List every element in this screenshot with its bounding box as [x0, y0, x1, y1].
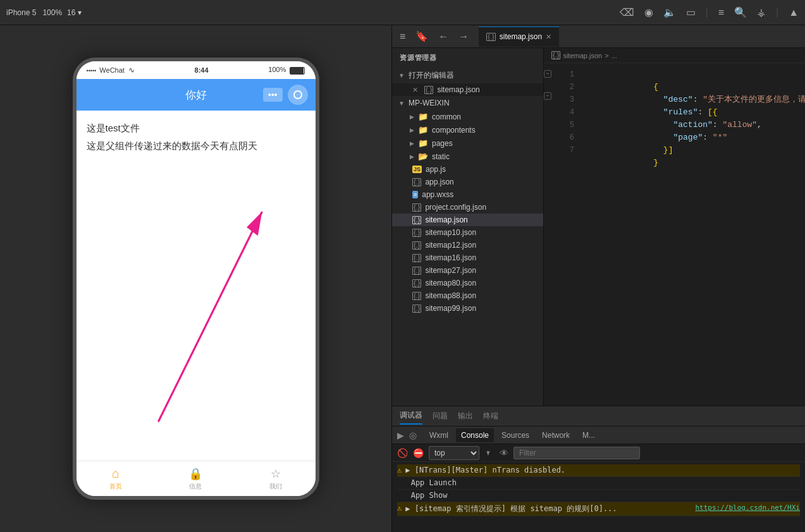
file-sitemap99[interactable]: {.} sitemap99.json: [392, 302, 543, 315]
project-label: MP-WEIXIN: [409, 99, 450, 107]
console-filter-input[interactable]: [513, 447, 640, 459]
devtools-tab-network[interactable]: Network: [537, 428, 575, 442]
back-icon[interactable]: ←: [438, 31, 448, 42]
forward-icon[interactable]: →: [458, 31, 469, 42]
devtools-tab-more[interactable]: M...: [577, 428, 600, 442]
close-brace: }: [653, 158, 658, 167]
folder-pages[interactable]: ▶ 📁 pages: [392, 136, 543, 150]
console-clear-icon[interactable]: 🚫: [397, 448, 408, 458]
json-sitemap10-icon: {.}: [412, 229, 421, 237]
tablet-icon[interactable]: ⌫: [620, 6, 634, 18]
file-appjson-label: app.json: [425, 178, 453, 186]
panel-tab-output[interactable]: 输出: [458, 408, 473, 424]
file-appjson[interactable]: {.} app.json: [392, 176, 543, 188]
close-open-file-icon[interactable]: ✕: [412, 86, 418, 94]
upload-icon[interactable]: ▲: [789, 7, 799, 18]
bookmark-icon[interactable]: 🔖: [415, 30, 428, 42]
console-link-1[interactable]: https://blog.csdn.net/HXi: [695, 504, 800, 512]
fold-line1[interactable]: −: [544, 70, 551, 78]
folder-common[interactable]: ▶ 📁 common: [392, 110, 543, 123]
open-file-label: sitemap.json: [437, 85, 479, 94]
file-sitemap88-label: sitemap88.json: [425, 291, 476, 300]
json-sitemap80-icon: {.}: [412, 279, 421, 287]
code-content[interactable]: − − 1 2 3 4 5 6: [544, 63, 805, 406]
tab-info[interactable]: 🔒 信息: [188, 467, 202, 491]
file-sitemap80[interactable]: {.} sitemap80.json: [392, 277, 543, 289]
tab-us-label: 我们: [269, 482, 282, 491]
open-editors-triangle: ▼: [398, 72, 405, 79]
panel-tab-debugger[interactable]: 调试器: [400, 408, 422, 425]
main-area: ••••• WeChat ∿ 8:44 100% 你好 •••: [0, 25, 805, 532]
file-sitemap12[interactable]: {.} sitemap12.json: [392, 239, 543, 251]
key-action: "action": [673, 120, 712, 130]
breadcrumb-filename: sitemap.json: [563, 52, 602, 59]
line-numbers: 1 2 3 4 5 6 7: [554, 63, 579, 406]
list-icon[interactable]: ≡: [718, 7, 724, 18]
file-sitemap16[interactable]: {.} sitemap16.json: [392, 251, 543, 264]
screen-icon[interactable]: ▭: [686, 6, 696, 18]
phone-frame: ••••• WeChat ∿ 8:44 100% 你好 •••: [73, 57, 319, 500]
devtools-tabs: ▶ ◎ Wxml Console Sources Network M...: [392, 426, 805, 444]
file-sitemap10[interactable]: {.} sitemap10.json: [392, 226, 543, 239]
phone-time: 8:44: [195, 66, 209, 74]
devtools-tab-sources[interactable]: Sources: [496, 428, 534, 442]
file-sitemap80-label: sitemap80.json: [425, 279, 476, 287]
mute-icon[interactable]: 🔈: [663, 6, 676, 18]
folder-static[interactable]: ▶ 📂 static: [392, 150, 543, 163]
file-projectconfig-label: project.config.json: [425, 203, 486, 212]
middle-row: 资源管理器 ▼ 打开的编辑器 ✕ {.} sitemap.json ▼ MP-W…: [392, 48, 805, 406]
breadcrumb-file-icon: {.}: [551, 51, 560, 59]
code-editor: {.} sitemap.json > ... − −: [544, 48, 805, 406]
file-explorer: 资源管理器 ▼ 打开的编辑器 ✕ {.} sitemap.json ▼ MP-W…: [392, 48, 544, 406]
tab-close-icon[interactable]: ✕: [546, 33, 551, 41]
file-appjs[interactable]: JS app.js: [392, 163, 543, 176]
devtools-pointer-icon[interactable]: ◎: [409, 430, 417, 440]
phone-content: 这是test文件 这是父组件传递过来的数据今天有点阴天: [77, 111, 316, 461]
open-editors-label: 打开的编辑器: [409, 70, 454, 81]
code-text-area[interactable]: { "desc": "关于本文件的更多信息，请 "rules": [{ "act…: [579, 63, 805, 406]
console-text-2: App Launch: [397, 478, 457, 487]
file-appwxss-label: app.wxss: [422, 190, 453, 199]
record-circle-icon: [293, 90, 302, 99]
panel-tab-problems[interactable]: 问题: [433, 408, 448, 424]
phone-text-2: 这是父组件传递过来的数据今天有点阴天: [87, 138, 305, 154]
folder-pages-icon: 📁: [418, 138, 428, 148]
file-sitemap99-label: sitemap99.json: [425, 304, 476, 313]
console-eye-icon[interactable]: 👁: [500, 448, 508, 458]
wechat-dots-button[interactable]: •••: [263, 88, 283, 102]
linenum-4: 4: [554, 106, 574, 119]
star-icon: ☆: [271, 467, 281, 481]
file-sitemap[interactable]: {.} sitemap.json: [392, 214, 543, 226]
battery-icon: [290, 67, 305, 75]
branch-icon[interactable]: ⚶: [757, 6, 766, 18]
editor-breadcrumb: {.} sitemap.json > ...: [544, 48, 805, 63]
record-icon[interactable]: ◉: [644, 6, 653, 18]
folder-static-label: static: [432, 152, 450, 161]
console-content: ⚠ ▶ [NTrans][Master] nTrans diasbled. Ap…: [392, 462, 805, 532]
console-line-4: ⚠ ▶ [sitemap 索引情况提示] 根据 sitemap 的规则[0]..…: [397, 502, 800, 516]
open-bracket: [{: [708, 107, 718, 117]
devtools-inspect-icon[interactable]: ▶: [397, 430, 404, 440]
device-selector[interactable]: iPhone 5 100% 16 ▾: [6, 8, 82, 17]
console-stop-icon[interactable]: ⛔: [413, 448, 424, 458]
wechat-record-button[interactable]: [288, 85, 308, 105]
folder-compontents[interactable]: ▶ 📁 compontents: [392, 123, 543, 136]
fold-line3[interactable]: −: [544, 92, 551, 100]
open-file-sitemap[interactable]: ✕ {.} sitemap.json: [392, 83, 543, 96]
tab-us[interactable]: ☆ 我们: [269, 467, 282, 491]
console-line-2: App Launch: [397, 477, 800, 490]
devtools-tab-console[interactable]: Console: [456, 428, 494, 442]
file-sitemap27[interactable]: {.} sitemap27.json: [392, 264, 543, 277]
file-appwxss[interactable]: ≡ app.wxss: [392, 188, 543, 201]
file-sitemap88[interactable]: {.} sitemap88.json: [392, 289, 543, 302]
devtools-tab-wxml[interactable]: Wxml: [424, 428, 453, 442]
tab-home[interactable]: ⌂ 首页: [109, 466, 122, 491]
editor-tab-sitemap[interactable]: {.} sitemap.json ✕: [479, 27, 559, 47]
search-icon[interactable]: 🔍: [734, 6, 747, 18]
console-context-select[interactable]: top: [429, 446, 479, 460]
project-section[interactable]: ▼ MP-WEIXIN: [392, 96, 543, 110]
list-view-icon[interactable]: ≡: [400, 31, 405, 42]
panel-tab-terminal[interactable]: 终端: [483, 408, 498, 424]
file-projectconfig[interactable]: {.} project.config.json: [392, 201, 543, 214]
open-editors-section[interactable]: ▼ 打开的编辑器: [392, 68, 543, 83]
